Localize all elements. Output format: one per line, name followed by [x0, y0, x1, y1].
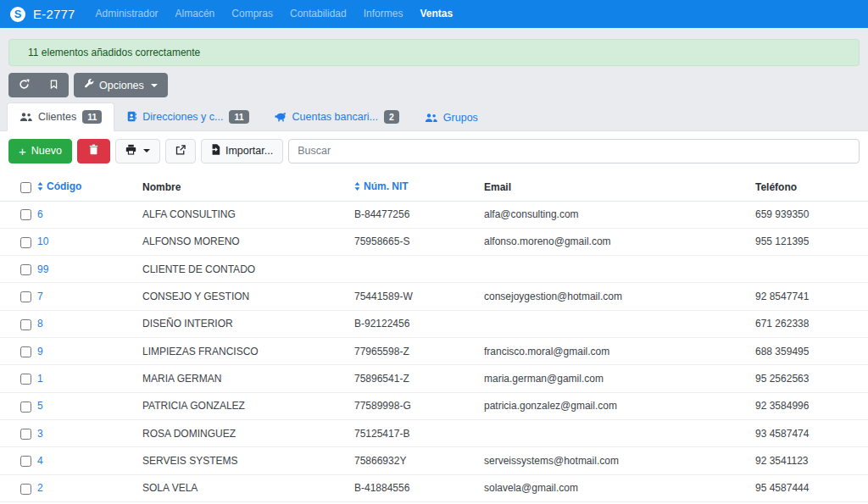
nav-item-almacen[interactable]: Almacén	[167, 0, 224, 28]
tab-grupos[interactable]: Grupos	[412, 104, 491, 131]
row-code-cell: 99	[32, 256, 137, 283]
select-all-checkbox[interactable]	[20, 182, 31, 193]
row-code-link[interactable]: 9	[37, 346, 43, 357]
table-row[interactable]: 9LIMPIEZAS FRANCISCO77965598-Zfrancisco.…	[0, 338, 868, 365]
row-phone: 95 4587444	[750, 474, 868, 501]
row-checkbox[interactable]	[20, 374, 31, 385]
table-row[interactable]: 10ALFONSO MORENO75958665-Salfonso.moreno…	[0, 228, 868, 255]
row-phone: 688 359495	[750, 338, 868, 365]
row-email: patricia.gonzalez@gmail.com	[479, 392, 750, 419]
row-nit: B-41884556	[349, 474, 479, 501]
app-logo-icon[interactable]: S	[10, 7, 25, 22]
nav-item-administrador[interactable]: Administrador	[87, 0, 167, 28]
table-row[interactable]: 4SERVEIS SYSTEMS75866932Yserveissystems@…	[0, 447, 868, 474]
row-checkbox-cell	[0, 365, 32, 392]
row-name: ALFONSO MORENO	[137, 228, 349, 255]
caret-down-icon	[143, 149, 150, 152]
row-phone: 671 262338	[750, 310, 868, 337]
row-phone: 659 939350	[750, 201, 868, 228]
row-email	[479, 420, 750, 447]
row-checkbox[interactable]	[20, 346, 31, 357]
trash-icon	[89, 144, 98, 158]
tab-direcciones[interactable]: Direcciones y c... 11	[114, 102, 261, 131]
row-checkbox[interactable]	[20, 264, 31, 275]
header-nombre[interactable]: Nombre	[137, 174, 349, 202]
row-checkbox-cell	[0, 201, 32, 228]
import-button[interactable]: Importar...	[201, 139, 283, 163]
table-row[interactable]: 6ALFA CONSULTINGB-84477256alfa@consultin…	[0, 201, 868, 228]
row-name: LIMPIEZAS FRANCISCO	[137, 338, 349, 365]
row-phone: 92 8547741	[750, 283, 868, 310]
row-checkbox[interactable]	[20, 484, 31, 495]
table-row[interactable]: 3ROSA DOMINGUEZ75125417-B93 4587474	[0, 420, 868, 447]
row-code-cell: 4	[32, 447, 137, 474]
piggy-bank-icon	[275, 112, 287, 122]
tab-cuentas-bancarias[interactable]: Cuentas bancari... 2	[262, 102, 412, 131]
table-row[interactable]: 5PATRICIA GONZALEZ77589998-Gpatricia.gon…	[0, 392, 868, 419]
nav-item-contabilidad[interactable]: Contabilidad	[281, 0, 355, 28]
row-checkbox-cell	[0, 474, 32, 501]
row-checkbox[interactable]	[20, 402, 31, 413]
row-name: CONSEJO Y GESTION	[137, 283, 349, 310]
nav-item-ventas[interactable]: Ventas	[411, 0, 461, 28]
refresh-button[interactable]	[8, 73, 40, 97]
row-name: DISEÑO INTERIOR	[137, 310, 349, 337]
nav-item-compras[interactable]: Compras	[223, 0, 281, 28]
clients-table: Código Nombre Núm. NIT Email Teléfono 6A…	[0, 174, 868, 503]
row-code-link[interactable]: 2	[37, 482, 43, 494]
page-toolbar: Opciones	[8, 73, 860, 97]
row-code-link[interactable]: 10	[37, 235, 48, 247]
header-codigo[interactable]: Código	[32, 174, 137, 202]
tab-bar: Clientes 11 Direcciones y c... 11 Cuenta…	[0, 102, 868, 131]
table-row[interactable]: 7CONSEJO Y GESTION75441589-Wconsejoygest…	[0, 283, 868, 310]
row-checkbox[interactable]	[20, 429, 31, 440]
row-code-link[interactable]: 6	[37, 208, 43, 220]
row-checkbox[interactable]	[20, 237, 31, 248]
header-num-nit[interactable]: Núm. NIT	[349, 174, 479, 202]
nav-item-informes[interactable]: Informes	[355, 0, 412, 28]
row-email: alfonso.moreno@gmail.com	[479, 228, 750, 255]
row-nit	[349, 256, 479, 283]
table-body: 6ALFA CONSULTINGB-84477256alfa@consultin…	[0, 201, 868, 502]
table-row[interactable]: 99CLIENTE DE CONTADO	[0, 256, 868, 283]
table-header-row: Código Nombre Núm. NIT Email Teléfono	[0, 174, 868, 202]
sort-icon	[354, 181, 360, 193]
header-email[interactable]: Email	[479, 174, 750, 202]
delete-button[interactable]	[77, 139, 110, 163]
header-telefono[interactable]: Teléfono	[750, 174, 868, 202]
row-checkbox[interactable]	[20, 319, 31, 330]
table-row[interactable]: 2SOLA VELAB-41884556solavela@gmail.com95…	[0, 474, 868, 501]
row-code-link[interactable]: 7	[37, 291, 43, 302]
row-code-link[interactable]: 5	[37, 400, 43, 412]
row-nit: 75958665-S	[349, 228, 479, 255]
success-alert: 11 elementos añadidos correctamente	[8, 39, 860, 66]
bookmark-button[interactable]	[39, 73, 69, 97]
row-phone: 92 3541123	[750, 447, 868, 474]
options-dropdown-button[interactable]: Opciones	[74, 73, 168, 97]
row-code-link[interactable]: 3	[37, 428, 43, 440]
company-title[interactable]: E-2777	[33, 7, 75, 21]
external-link-button[interactable]	[165, 139, 196, 163]
new-button[interactable]: + Nuevo	[8, 139, 72, 163]
tab-clientes[interactable]: Clientes 11	[7, 102, 114, 131]
row-code-link[interactable]: 1	[37, 373, 43, 385]
row-code-link[interactable]: 4	[37, 455, 43, 467]
row-phone: 92 3584996	[750, 392, 868, 419]
search-input[interactable]	[288, 139, 860, 163]
row-checkbox[interactable]	[20, 291, 31, 302]
row-checkbox[interactable]	[20, 456, 31, 467]
row-nit: 75896541-Z	[349, 365, 479, 392]
new-button-label: Nuevo	[31, 145, 62, 157]
print-dropdown-button[interactable]	[115, 139, 160, 163]
import-button-label: Importar...	[225, 145, 273, 157]
table-row[interactable]: 1MARIA GERMAN75896541-Zmaria.german@gami…	[0, 365, 868, 392]
row-name: PATRICIA GONZALEZ	[137, 392, 349, 419]
row-email	[479, 256, 750, 283]
row-code-link[interactable]: 8	[37, 318, 43, 330]
row-code-link[interactable]: 99	[37, 263, 48, 275]
row-phone: 95 2562563	[750, 365, 868, 392]
row-checkbox[interactable]	[20, 209, 31, 220]
table-row[interactable]: 8DISEÑO INTERIORB-92122456671 262338	[0, 310, 868, 337]
row-code-cell: 7	[32, 283, 137, 310]
refresh-icon	[19, 79, 30, 92]
